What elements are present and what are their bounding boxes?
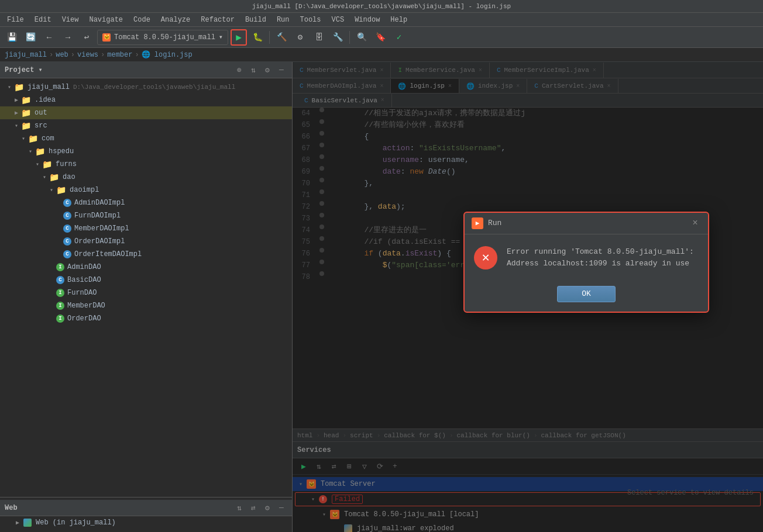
menu-window[interactable]: Window — [350, 15, 384, 25]
sync-button[interactable]: 🔄 — [22, 29, 39, 46]
arrow-icon-dao: ▾ — [41, 174, 48, 181]
menu-edit[interactable]: Edit — [30, 15, 56, 25]
search-button[interactable]: 🔍 — [353, 29, 370, 46]
tree-item-orderitemdaoimpl[interactable]: ▶ C OrderItemDAOImpl — [0, 248, 292, 261]
class-i-icon-1: I — [56, 263, 64, 271]
class-c-icon-6: C — [56, 276, 64, 284]
menu-file[interactable]: File — [2, 15, 29, 25]
toolbar-separator-1 — [269, 31, 270, 44]
tree-item-furns[interactable]: ▾ 📁 furns — [0, 158, 292, 171]
window-title: jiaju_mall [D:\Java_developer_tools\java… — [5, 3, 758, 10]
save-button[interactable]: 💾 — [4, 29, 20, 46]
menu-tools[interactable]: Tools — [295, 15, 326, 25]
breadcrumb-member[interactable]: member — [107, 51, 132, 59]
run-config-selector[interactable]: 🐱 Tomcat 8.0.50-jiaju_mall ▾ — [97, 30, 228, 45]
database-button[interactable]: 🗄 — [311, 29, 327, 46]
breadcrumb-project[interactable]: jiaju_mall — [5, 51, 47, 59]
tree-item-memberdao[interactable]: ▶ I MemberDAO — [0, 299, 292, 312]
modal-error-line2: Address localhost:1099 is already in use — [507, 259, 689, 268]
class-i-icon-4: I — [56, 315, 64, 323]
tree-item-orderdao[interactable]: ▶ I OrderDAO — [0, 312, 292, 325]
tree-item-admindao[interactable]: ▶ I AdminDAO — [0, 261, 292, 274]
arrow-icon-furns: ▾ — [34, 161, 41, 168]
bookmark-button[interactable]: 🔖 — [372, 29, 389, 46]
back-button[interactable]: ← — [41, 29, 57, 46]
modal-error-line1: Error running 'Tomcat 8.0.50-jiaju_mall'… — [507, 247, 694, 256]
web-hide-btn[interactable]: — — [276, 502, 287, 514]
tree-label-admindao: AdminDAO — [67, 263, 101, 271]
tree-item-daoimpl[interactable]: ▾ 📁 daoimpl — [0, 184, 292, 196]
tree-label-basicdao: BasicDAO — [67, 276, 101, 284]
tree-item-out[interactable]: ▶ 📁 out — [0, 106, 292, 119]
breadcrumb-views[interactable]: views — [77, 51, 98, 59]
modal-ok-button[interactable]: OK — [557, 286, 616, 302]
collapse-btn[interactable]: ⇅ — [248, 64, 259, 76]
menu-bar: File Edit View Navigate Code Analyze Ref… — [0, 13, 763, 27]
breadcrumb: jiaju_mall › web › views › member › 🌐 lo… — [0, 48, 763, 62]
arrow-icon: ▶ — [13, 96, 20, 103]
class-c-icon-1: C — [63, 199, 71, 207]
menu-analyze[interactable]: Analyze — [156, 15, 195, 25]
settings-button[interactable]: ⚙ — [292, 29, 308, 46]
left-panel: Project ▾ ⊕ ⇅ ⚙ — ▾ 📁 jiaju_mall D:\Java… — [0, 62, 293, 532]
class-i-icon-2: I — [56, 289, 64, 297]
web-sort-btn[interactable]: ⇄ — [248, 502, 259, 514]
menu-code[interactable]: Code — [129, 15, 155, 25]
breadcrumb-web[interactable]: web — [56, 51, 68, 59]
folder-com-icon: 📁 — [28, 134, 38, 144]
tree-item-furndao[interactable]: ▶ I FurnDAO — [0, 286, 292, 299]
tree-item-jiaju-mall[interactable]: ▾ 📁 jiaju_mall D:\Java_developer_tools\j… — [0, 81, 292, 94]
tree-item-furndaoimpl[interactable]: ▶ C FurnDAOImpl — [0, 209, 292, 222]
undo-button[interactable]: ↩ — [78, 29, 95, 46]
wrench-button[interactable]: 🔧 — [329, 29, 346, 46]
folder-daoimpl-icon: 📁 — [56, 185, 66, 195]
menu-build[interactable]: Build — [240, 15, 271, 25]
project-tree: ▾ 📁 jiaju_mall D:\Java_developer_tools\j… — [0, 78, 292, 497]
modal-body: ✕ Error running 'Tomcat 8.0.50-jiaju_mal… — [465, 234, 708, 281]
config-name: Tomcat 8.0.50-jiaju_mall — [114, 33, 215, 42]
run-button[interactable]: ▶ — [231, 29, 247, 46]
tree-item-idea[interactable]: ▶ 📁 .idea — [0, 94, 292, 106]
arrow-icon-out: ▶ — [13, 109, 20, 116]
forward-button[interactable]: → — [60, 29, 76, 46]
tree-item-memberdaoimpl[interactable]: ▶ C MemberDAOImpl — [0, 222, 292, 235]
tree-label-admindaoimpl: AdminDAOImpl — [74, 199, 125, 207]
tree-item-com[interactable]: ▾ 📁 com — [0, 132, 292, 145]
menu-vcs[interactable]: VCS — [327, 15, 349, 25]
debug-button[interactable]: 🐛 — [249, 29, 266, 46]
web-filter-btn[interactable]: ⇅ — [233, 502, 245, 514]
tree-item-orderdaoimpl[interactable]: ▶ C OrderDAOImpl — [0, 235, 292, 248]
modal-ok-label: OK — [582, 289, 591, 298]
modal-message: Error running 'Tomcat 8.0.50-jiaju_mall'… — [507, 246, 694, 269]
tree-label-orderitemdaoimpl: OrderItemDAOImpl — [74, 250, 142, 258]
hide-btn[interactable]: — — [276, 64, 287, 76]
web-item-jiaju[interactable]: ▶ Web (in jiaju_mall) — [0, 516, 292, 529]
tree-item-dao[interactable]: ▾ 📁 dao — [0, 171, 292, 184]
tree-item-src[interactable]: ▾ 📁 src — [0, 119, 292, 132]
web-settings-btn[interactable]: ⚙ — [262, 502, 273, 514]
locate-file-btn[interactable]: ⊕ — [233, 64, 245, 76]
tree-label-memberdao: MemberDAO — [67, 302, 105, 310]
tree-label-orderdao: OrderDAO — [67, 315, 101, 323]
settings-btn[interactable]: ⚙ — [262, 64, 273, 76]
project-icon: 📁 — [14, 82, 24, 92]
modal-close-button[interactable]: × — [689, 217, 701, 229]
breadcrumb-file[interactable]: 🌐 login.jsp — [142, 50, 193, 59]
menu-navigate[interactable]: Navigate — [84, 15, 128, 25]
tree-item-hspedu[interactable]: ▾ 📁 hspedu — [0, 145, 292, 158]
arrow-icon-hspedu: ▾ — [27, 148, 34, 155]
menu-view[interactable]: View — [57, 15, 84, 25]
modal-header: ▶ Run × — [465, 213, 708, 234]
tree-item-admindaoimpl[interactable]: ▶ C AdminDAOImpl — [0, 196, 292, 209]
check-button[interactable]: ✓ — [391, 29, 407, 46]
tree-label-memberdaoimpl: MemberDAOImpl — [74, 224, 129, 233]
menu-help[interactable]: Help — [386, 15, 412, 25]
menu-run[interactable]: Run — [272, 15, 294, 25]
build-button[interactable]: 🔨 — [273, 29, 290, 46]
breadcrumb-sep-2: › — [71, 51, 75, 59]
web-item-label: Web (in jiaju_mall) — [36, 519, 116, 527]
tree-item-basicdao[interactable]: ▶ C BasicDAO — [0, 274, 292, 286]
tree-label-out: out — [35, 109, 47, 117]
menu-refactor[interactable]: Refactor — [196, 15, 239, 25]
folder-src-icon: 📁 — [21, 121, 31, 131]
